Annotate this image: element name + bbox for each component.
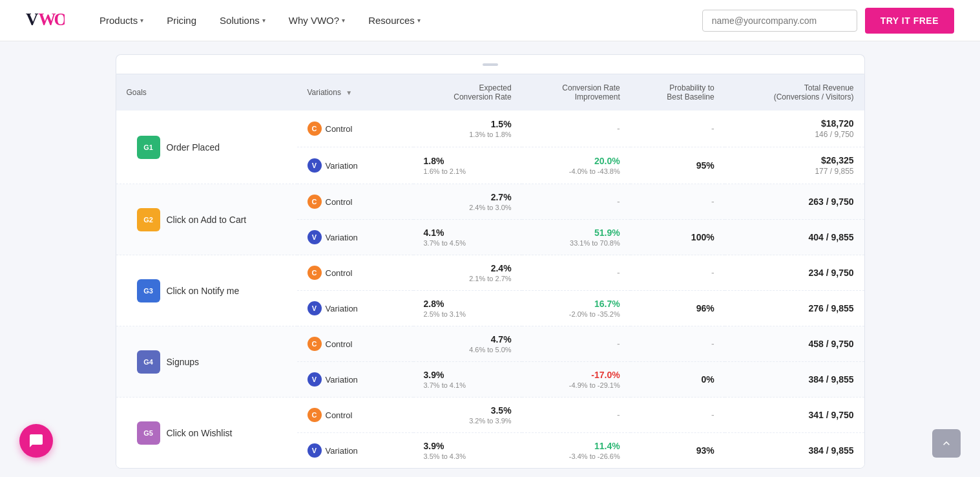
scroll-top-button[interactable]	[932, 429, 961, 458]
ecr-range: 4.6% to 5.0%	[424, 346, 512, 354]
cr-improvement-cell: -	[522, 111, 631, 147]
revenue-cell: 458 / 9,750	[725, 326, 864, 362]
nav-products[interactable]: Products ▾	[90, 10, 152, 31]
nav-resources[interactable]: Resources ▾	[359, 10, 430, 31]
table-header: Goals Variations ▼ ExpectedConversion Ra…	[116, 74, 864, 111]
ecr-cell: 3.9% 3.5% to 4.3%	[413, 433, 522, 469]
nav-why-vwo[interactable]: Why VWO? ▾	[280, 10, 354, 31]
variation-badge: V	[308, 443, 322, 458]
chevron-down-icon: ▾	[262, 17, 266, 24]
revenue-main: 276 / 9,855	[735, 303, 854, 313]
revenue-cell: 341 / 9,750	[725, 398, 864, 433]
revenue-cell: $18,720 146 / 9,750	[725, 111, 864, 147]
ecr-cell: 1.5% 1.3% to 1.8%	[413, 111, 522, 147]
logo[interactable]: V W O	[26, 8, 65, 34]
cr-improvement-range: -3.4% to -26.6%	[532, 452, 620, 460]
revenue-cell: 263 / 9,750	[725, 184, 864, 220]
revenue-cell: 384 / 9,855	[725, 433, 864, 469]
ecr-main: 3.9%	[424, 370, 512, 380]
header-goals: Goals	[116, 74, 297, 111]
table-row: G4 Signups C Control 4.7% 4.6% to 5.0% -…	[116, 326, 864, 362]
variation-name: Control	[326, 410, 353, 420]
cr-improvement-range: -2.0% to -35.2%	[532, 310, 620, 318]
navbar: V W O Products ▾ Pricing Solutions ▾ Why…	[0, 0, 980, 41]
variation-name: Control	[326, 124, 353, 134]
probability-cell: 100%	[631, 220, 725, 255]
goal-label: Click on Wishlist	[167, 428, 233, 438]
revenue-cell: 234 / 9,750	[725, 255, 864, 291]
ecr-main: 3.9%	[424, 441, 512, 451]
goal-badge: G4	[137, 350, 160, 374]
ecr-range: 3.7% to 4.1%	[424, 381, 512, 389]
variation-badge: V	[308, 158, 322, 173]
ecr-range: 2.4% to 3.0%	[424, 204, 512, 211]
variation-cell: V Variation	[297, 362, 413, 398]
variation-cell: C Control	[297, 111, 413, 147]
goal-label: Click on Notify me	[167, 286, 240, 296]
cr-improvement-value: 16.7%	[532, 299, 620, 309]
probability-cell: 93%	[631, 433, 725, 469]
table-body: G1 Order Placed C Control 1.5% 1.3% to 1…	[116, 111, 864, 468]
cr-improvement-cell: 51.9% 33.1% to 70.8%	[522, 220, 631, 255]
probability-cell: 0%	[631, 362, 725, 398]
variation-name: Variation	[326, 446, 358, 456]
chevron-down-icon: ▾	[417, 17, 421, 24]
probability-value: 93%	[641, 445, 714, 456]
cr-improvement-cell: -	[522, 255, 631, 291]
revenue-main: 404 / 9,855	[735, 232, 854, 242]
goal-cell: G1 Order Placed	[116, 111, 297, 184]
goal-cell: G2 Click on Add to Cart	[116, 184, 297, 255]
goal-label: Click on Add to Cart	[167, 215, 247, 225]
revenue-cell: 384 / 9,855	[725, 362, 864, 398]
revenue-main: 234 / 9,750	[735, 268, 854, 278]
top-partial-bar	[116, 54, 865, 74]
goal-badge: G3	[137, 279, 160, 302]
variation-name: Control	[326, 268, 353, 278]
table-row: G1 Order Placed C Control 1.5% 1.3% to 1…	[116, 111, 864, 147]
ecr-cell: 2.8% 2.5% to 3.1%	[413, 291, 522, 326]
cr-improvement-range: -4.9% to -29.1%	[532, 381, 620, 389]
chevron-down-icon: ▾	[140, 17, 143, 24]
variation-badge: C	[308, 122, 322, 136]
results-table: Goals Variations ▼ ExpectedConversion Ra…	[116, 74, 864, 468]
nav-pricing[interactable]: Pricing	[158, 10, 205, 31]
ecr-range: 3.2% to 3.9%	[424, 417, 512, 425]
header-variations: Variations ▼	[297, 74, 413, 111]
probability-value: 96%	[641, 303, 714, 313]
filter-icon[interactable]: ▼	[346, 89, 352, 96]
results-table-card: Goals Variations ▼ ExpectedConversion Ra…	[116, 74, 865, 469]
try-free-button[interactable]: TRY IT FREE	[865, 8, 954, 34]
dash: -	[711, 410, 714, 420]
header-expected-cr: ExpectedConversion Rate	[413, 74, 522, 111]
cr-improvement-range: 33.1% to 70.8%	[532, 239, 620, 247]
variation-name: Control	[326, 339, 353, 349]
ecr-cell: 4.1% 3.7% to 4.5%	[413, 220, 522, 255]
goal-cell: G5 Click on Wishlist	[116, 398, 297, 469]
probability-cell: -	[631, 184, 725, 220]
variation-badge: V	[308, 372, 322, 387]
chat-button[interactable]	[19, 424, 53, 458]
probability-value: 100%	[641, 232, 714, 242]
revenue-main: $18,720	[821, 118, 854, 129]
dash: -	[617, 196, 620, 207]
probability-value: 0%	[641, 374, 714, 385]
variation-cell: C Control	[297, 326, 413, 362]
email-input[interactable]	[702, 10, 857, 32]
goal-badge: G2	[137, 208, 160, 231]
svg-text:W: W	[39, 10, 56, 29]
cr-improvement-cell: 20.0% -4.0% to -43.8%	[522, 147, 631, 184]
ecr-range: 3.5% to 4.3%	[424, 452, 512, 460]
ecr-range: 2.1% to 2.7%	[424, 275, 512, 282]
nav-solutions[interactable]: Solutions ▾	[211, 10, 275, 31]
dash: -	[711, 339, 714, 349]
table-row: G5 Click on Wishlist C Control 3.5% 3.2%…	[116, 398, 864, 433]
cr-improvement-cell: -17.0% -4.9% to -29.1%	[522, 362, 631, 398]
variation-name: Control	[326, 197, 353, 207]
cr-improvement-value: 51.9%	[532, 228, 620, 238]
ecr-main: 4.7%	[424, 334, 512, 344]
variation-cell: V Variation	[297, 291, 413, 326]
page-content: Goals Variations ▼ ExpectedConversion Ra…	[103, 54, 878, 469]
variation-cell: C Control	[297, 255, 413, 291]
cr-improvement-cell: -	[522, 326, 631, 362]
ecr-range: 1.6% to 2.1%	[424, 167, 512, 175]
